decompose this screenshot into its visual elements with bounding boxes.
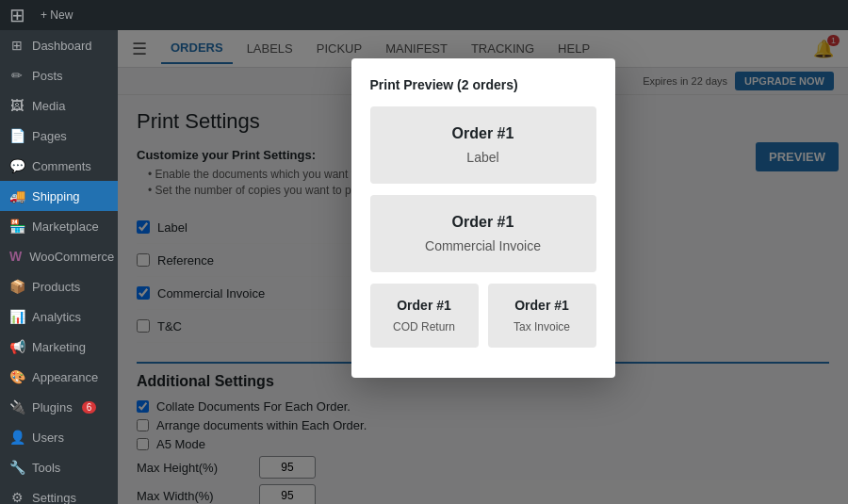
sidebar-label-woo: WooCommerce	[29, 250, 114, 264]
sidebar-label-appearance: Appearance	[32, 370, 98, 384]
sidebar-item-plugins[interactable]: 🔌 Plugins 6	[0, 392, 118, 422]
sidebar-item-users[interactable]: 👤 Users	[0, 422, 118, 452]
appearance-icon: 🎨	[9, 369, 24, 384]
wp-logo: ⊞	[9, 4, 25, 26]
sidebar-label-posts: Posts	[32, 69, 63, 83]
sidebar-item-marketplace[interactable]: 🏪 Marketplace	[0, 211, 118, 241]
sidebar-label-marketplace: Marketplace	[32, 219, 99, 234]
preview-card-tax-sub: Tax Invoice	[497, 320, 587, 333]
print-preview-overlay[interactable]: Print Preview (2 orders) Order #1 Label …	[118, 30, 848, 504]
plugins-icon: 🔌	[9, 399, 24, 415]
top-bar-new[interactable]: + New	[41, 8, 73, 22]
preview-card-tax-title: Order #1	[497, 298, 587, 313]
preview-card-commercial: Order #1 Commercial Invoice	[370, 195, 596, 272]
preview-card-label-sub: Label	[389, 150, 578, 165]
sidebar-item-tools[interactable]: 🔧 Tools	[0, 452, 118, 482]
comments-icon: 💬	[9, 158, 24, 173]
settings-icon: ⚙	[9, 490, 24, 504]
sidebar: ⊞ Dashboard ✏ Posts 🖼 Media 📄 Pages 💬 Co…	[0, 30, 118, 504]
sidebar-label-plugins: Plugins	[32, 400, 73, 415]
top-bar: ⊞ + New	[0, 0, 848, 30]
preview-card-cod: Order #1 COD Return	[370, 284, 479, 348]
sidebar-item-marketing[interactable]: 📢 Marketing	[0, 332, 118, 362]
woo-icon: W	[9, 249, 22, 264]
pages-icon: 📄	[9, 128, 24, 143]
products-icon: 📦	[9, 279, 24, 294]
preview-card-commercial-title: Order #1	[389, 214, 578, 231]
preview-card-tax: Order #1 Tax Invoice	[488, 284, 596, 348]
preview-card-label-title: Order #1	[389, 125, 578, 142]
sidebar-item-settings[interactable]: ⚙ Settings	[0, 482, 118, 504]
sidebar-item-comments[interactable]: 💬 Comments	[0, 151, 118, 181]
preview-card-label: Order #1 Label	[370, 106, 596, 184]
sidebar-item-woocommerce[interactable]: W WooCommerce	[0, 241, 118, 271]
marketplace-icon: 🏪	[9, 219, 24, 234]
sidebar-item-analytics[interactable]: 📊 Analytics	[0, 301, 118, 332]
sidebar-label-shipping: Shipping	[32, 189, 80, 203]
sidebar-item-media[interactable]: 🖼 Media	[0, 90, 118, 121]
plugins-badge: 6	[82, 401, 97, 414]
sidebar-label-tools: Tools	[32, 461, 60, 475]
sidebar-label-pages: Pages	[32, 129, 67, 143]
sidebar-label-media: Media	[32, 99, 65, 113]
print-preview-title: Print Preview (2 orders)	[370, 77, 596, 92]
preview-cards-row: Order #1 COD Return Order #1 Tax Invoice	[370, 284, 596, 348]
marketing-icon: 📢	[9, 339, 24, 354]
preview-card-commercial-sub: Commercial Invoice	[389, 238, 578, 253]
sidebar-item-shipping[interactable]: 🚚 Shipping	[0, 181, 118, 211]
print-preview-panel: Print Preview (2 orders) Order #1 Label …	[351, 58, 615, 378]
main-layout: ⊞ Dashboard ✏ Posts 🖼 Media 📄 Pages 💬 Co…	[0, 30, 848, 504]
sidebar-label-dashboard: Dashboard	[32, 39, 92, 53]
sidebar-label-users: Users	[32, 431, 64, 445]
media-icon: 🖼	[9, 98, 24, 113]
posts-icon: ✏	[9, 68, 24, 83]
sidebar-label-settings: Settings	[32, 491, 76, 505]
tools-icon: 🔧	[9, 460, 24, 475]
sidebar-label-analytics: Analytics	[32, 310, 81, 324]
analytics-icon: 📊	[9, 309, 24, 324]
sidebar-item-posts[interactable]: ✏ Posts	[0, 60, 118, 90]
content-area: ☰ ORDERS LABELS PICKUP MANIFEST TRACKING…	[118, 30, 848, 504]
preview-card-cod-sub: COD Return	[380, 320, 469, 333]
sidebar-label-comments: Comments	[32, 159, 91, 173]
sidebar-item-dashboard[interactable]: ⊞ Dashboard	[0, 30, 118, 60]
sidebar-label-marketing: Marketing	[32, 340, 86, 354]
dashboard-icon: ⊞	[9, 38, 24, 53]
users-icon: 👤	[9, 430, 24, 445]
sidebar-item-appearance[interactable]: 🎨 Appearance	[0, 362, 118, 392]
sidebar-item-products[interactable]: 📦 Products	[0, 271, 118, 301]
shipping-icon: 🚚	[9, 188, 24, 203]
preview-card-cod-title: Order #1	[380, 298, 469, 313]
sidebar-label-products: Products	[32, 280, 80, 294]
sidebar-item-pages[interactable]: 📄 Pages	[0, 121, 118, 151]
